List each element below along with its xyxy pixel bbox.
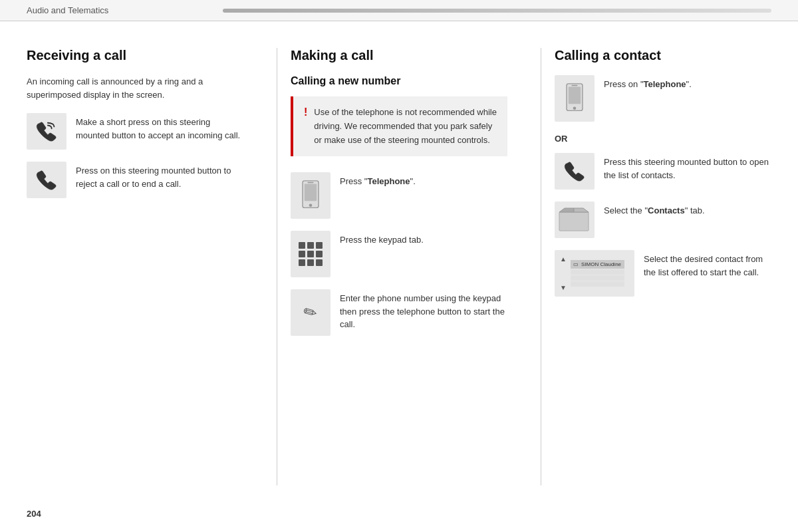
- contacts-tab-icon: [558, 207, 591, 233]
- making-step2-text: Press the keypad tab.: [340, 231, 424, 247]
- svg-rect-1: [305, 184, 317, 201]
- contact-name: SIMON Claudine: [581, 261, 621, 267]
- pencil-icon: ✎: [300, 301, 321, 324]
- receiving-step1-text: Make a short press on this steering moun…: [76, 113, 243, 142]
- page-number: 204: [27, 509, 41, 519]
- receiving-intro: An incoming call is announced by a ring …: [27, 75, 243, 101]
- contact-title: Calling a contact: [555, 48, 771, 63]
- contact-step2: Press this steering mounted button to op…: [555, 153, 771, 190]
- receiving-step2-text: Press on this steering mounted button to…: [76, 162, 243, 190]
- contact-list-item-highlighted: ▭ SIMON Claudine: [571, 260, 624, 269]
- keypad-icon-box: [291, 231, 331, 277]
- col-contact: Calling a contact Press on "Telephone". …: [555, 48, 771, 485]
- svg-rect-5: [569, 87, 581, 104]
- contact-step3: Select the "Contacts" tab.: [555, 201, 771, 238]
- contact-list-item: [571, 275, 624, 281]
- accept-call-icon: [34, 119, 59, 144]
- making-step1-text: Press "Telephone".: [340, 172, 416, 188]
- nav-up-arrow: ▲: [560, 255, 567, 263]
- contact-step1-text: Press on "Telephone".: [604, 75, 692, 91]
- accept-call-icon-box: [27, 113, 66, 150]
- col-receiving: Receiving a call An incoming call is ann…: [27, 48, 263, 485]
- header-bar: Audio and Telematics: [0, 0, 798, 21]
- receiving-title: Receiving a call: [27, 48, 243, 63]
- keypad-dot: [299, 242, 305, 249]
- header-line: [223, 9, 771, 13]
- keypad-dot: [316, 259, 323, 266]
- reject-call-icon: [34, 168, 59, 193]
- reject-call-icon-box: [27, 162, 66, 198]
- contact-steering-icon-box: [555, 153, 595, 190]
- making-step1: Press "Telephone".: [291, 172, 507, 219]
- making-step3: ✎ Enter the phone number using the keypa…: [291, 289, 507, 336]
- contact-step4: ▲ ▼ ▭ SIMON Claudine Select the desired …: [555, 250, 771, 297]
- making-step3-text: Enter the phone number using the keypad …: [340, 289, 507, 331]
- keypad-dot: [316, 251, 323, 257]
- svg-rect-7: [571, 85, 577, 86]
- col-divider-1: [277, 48, 277, 485]
- col-divider-2: [541, 48, 541, 485]
- contact-list-items: ▭ SIMON Claudine: [571, 259, 630, 287]
- contact-steering-icon: [562, 159, 587, 184]
- telephone-icon-box: [291, 172, 331, 219]
- contact-step3-bold: Contacts: [648, 205, 685, 215]
- keypad-grid-icon: [299, 242, 323, 266]
- nav-down-arrow: ▼: [560, 284, 567, 291]
- keypad-dot: [299, 259, 305, 266]
- contact-icon: ▭: [573, 261, 579, 267]
- svg-rect-3: [307, 182, 313, 183]
- contact-telephone-icon: [565, 83, 584, 114]
- receiving-step2: Press on this steering mounted button to…: [27, 162, 243, 198]
- contact-list-icon-box: ▲ ▼ ▭ SIMON Claudine: [555, 250, 634, 297]
- warning-box: ! Use of the telephone is not recommende…: [291, 96, 507, 156]
- contact-step1-bold: Telephone: [644, 79, 686, 89]
- svg-point-2: [309, 204, 313, 207]
- contact-list-item: [571, 269, 624, 275]
- col-making: Making a call Calling a new number ! Use…: [291, 48, 527, 485]
- svg-rect-8: [559, 212, 589, 231]
- warning-icon: !: [304, 106, 307, 118]
- keypad-dot: [307, 251, 314, 257]
- contact-list-item: [571, 281, 624, 287]
- making-subtitle: Calling a new number: [291, 75, 507, 87]
- header-title: Audio and Telematics: [27, 5, 209, 15]
- contact-step2-text: Press this steering mounted button to op…: [604, 153, 771, 182]
- contacts-tab-icon-box: [555, 201, 595, 238]
- main-content: Receiving a call An incoming call is ann…: [0, 21, 798, 505]
- keypad-dot: [307, 259, 314, 266]
- receiving-step1: Make a short press on this steering moun…: [27, 113, 243, 150]
- making-step1-bold: Telephone: [367, 176, 410, 186]
- pencil-icon-box: ✎: [291, 289, 331, 336]
- keypad-dot: [316, 242, 323, 249]
- keypad-dot: [299, 251, 305, 257]
- making-title: Making a call: [291, 48, 507, 63]
- contact-step3-text: Select the "Contacts" tab.: [604, 201, 705, 217]
- contact-step1: Press on "Telephone".: [555, 75, 771, 122]
- warning-text: Use of the telephone is not recommended …: [314, 106, 497, 147]
- keypad-dot: [307, 242, 314, 249]
- or-text: OR: [555, 134, 771, 144]
- telephone-app-icon: [301, 180, 320, 211]
- contact-telephone-icon-box: [555, 75, 595, 122]
- contact-step4-text: Select the desired contact from the list…: [644, 250, 771, 279]
- making-step2: Press the keypad tab.: [291, 231, 507, 277]
- svg-point-6: [573, 106, 577, 110]
